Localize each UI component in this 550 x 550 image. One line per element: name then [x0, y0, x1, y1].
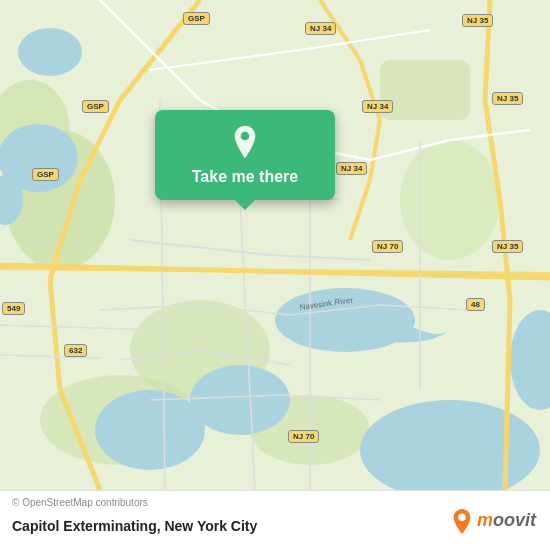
highway-shield-gsp-1: GSP [183, 12, 210, 25]
moovit-pin-icon [451, 508, 473, 534]
highway-shield-gsp-3: GSP [32, 168, 59, 181]
highway-shield-632: 632 [64, 344, 87, 357]
svg-point-14 [95, 390, 205, 470]
highway-shield-nj35-2: NJ 35 [492, 92, 523, 105]
bottom-bar: © OpenStreetMap contributors Capitol Ext… [0, 490, 550, 550]
svg-point-8 [18, 28, 82, 76]
svg-rect-3 [380, 60, 470, 120]
location-pin-icon [227, 124, 263, 160]
highway-shield-549: 549 [2, 302, 25, 315]
highway-shield-nj34-3: NJ 34 [336, 162, 367, 175]
moovit-brand-text: moovit [477, 510, 536, 531]
highway-shield-gsp-2: GSP [82, 100, 109, 113]
svg-point-12 [190, 365, 290, 435]
highway-shield-nj34-1: NJ 34 [305, 22, 336, 35]
svg-point-57 [458, 513, 465, 520]
take-me-there-button[interactable]: Take me there [192, 168, 298, 186]
map-container: Navesink River GSP GSP GSP NJ 34 NJ 34 N… [0, 0, 550, 490]
highway-shield-48: 48 [466, 298, 485, 311]
moovit-logo: moovit [451, 508, 536, 534]
highway-shield-nj35-3: NJ 35 [492, 240, 523, 253]
highway-shield-nj70-1: NJ 70 [372, 240, 403, 253]
svg-point-5 [400, 140, 500, 260]
copyright-text: © OpenStreetMap contributors [12, 497, 148, 508]
popup-card[interactable]: Take me there [155, 110, 335, 200]
svg-point-56 [241, 132, 250, 141]
highway-shield-nj70-2: NJ 70 [288, 430, 319, 443]
highway-shield-nj34-2: NJ 34 [362, 100, 393, 113]
highway-shield-nj35-1: NJ 35 [462, 14, 493, 27]
